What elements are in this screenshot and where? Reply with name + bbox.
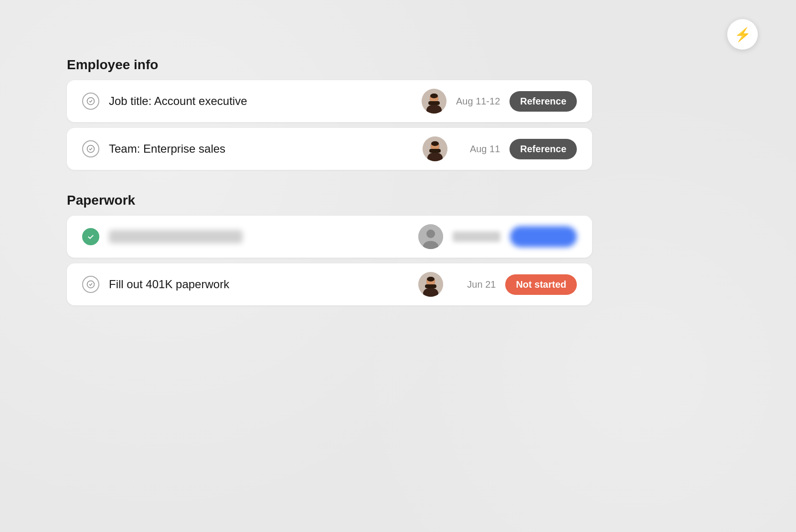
- check-circle-icon: [82, 276, 99, 293]
- not-started-badge[interactable]: Not started: [505, 274, 577, 295]
- card-right: Aug 11 Reference: [423, 136, 577, 161]
- blurred-label: [109, 230, 243, 243]
- svg-rect-22: [425, 284, 436, 288]
- reference-badge[interactable]: Reference: [509, 139, 577, 159]
- team-card[interactable]: Team: Enterprise sales Aug 11 Reference: [67, 128, 592, 170]
- avatar-grey: [418, 224, 443, 249]
- date-text-blurred: [453, 231, 500, 242]
- employee-info-section: Employee info Job title: Account executi…: [67, 57, 592, 170]
- card-right: Jun 21 Not started: [418, 272, 577, 297]
- lightning-icon: ⚡: [734, 27, 751, 42]
- svg-point-7: [87, 146, 95, 153]
- fill-401k-label: Fill out 401K paperwork: [109, 278, 229, 291]
- avatar: [422, 89, 446, 114]
- team-label: Team: Enterprise sales: [109, 142, 225, 156]
- card-left: Job title: Account executive: [82, 93, 247, 110]
- card-left: Fill out 401K paperwork: [82, 276, 229, 293]
- card-right: [418, 224, 577, 249]
- job-title-card[interactable]: Job title: Account executive Aug 11-12 R…: [67, 80, 592, 122]
- fill-401k-card[interactable]: Fill out 401K paperwork Jun 21 Not start…: [67, 263, 592, 305]
- card-right: Aug 11-12 Reference: [422, 89, 577, 114]
- svg-point-15: [426, 229, 435, 238]
- employee-info-title: Employee info: [67, 57, 592, 73]
- svg-point-0: [87, 98, 95, 105]
- svg-point-13: [431, 141, 439, 146]
- reference-badge[interactable]: Reference: [509, 91, 577, 112]
- svg-rect-12: [429, 149, 441, 153]
- job-title-label: Job title: Account executive: [109, 94, 247, 108]
- lightning-button[interactable]: ⚡: [727, 19, 758, 50]
- svg-point-6: [430, 94, 438, 98]
- main-content: Employee info Job title: Account executi…: [67, 57, 592, 311]
- date-text: Jun 21: [453, 279, 496, 290]
- card-left: Team: Enterprise sales: [82, 140, 225, 157]
- paperwork-section: Paperwork: [67, 193, 592, 305]
- date-text: Aug 11-12: [456, 96, 500, 107]
- blurred-card[interactable]: [67, 216, 592, 258]
- badge-blurred[interactable]: [510, 226, 577, 247]
- paperwork-title: Paperwork: [67, 193, 592, 208]
- svg-rect-5: [428, 101, 440, 105]
- card-left: [82, 228, 243, 245]
- avatar: [423, 136, 447, 161]
- check-circle-filled-icon: [82, 228, 99, 245]
- check-circle-icon: [82, 140, 99, 157]
- check-circle-icon: [82, 93, 99, 110]
- date-text: Aug 11: [457, 144, 500, 155]
- avatar: [418, 272, 443, 297]
- svg-point-17: [87, 281, 95, 288]
- svg-point-23: [427, 277, 435, 282]
- section-gap: [67, 176, 592, 193]
